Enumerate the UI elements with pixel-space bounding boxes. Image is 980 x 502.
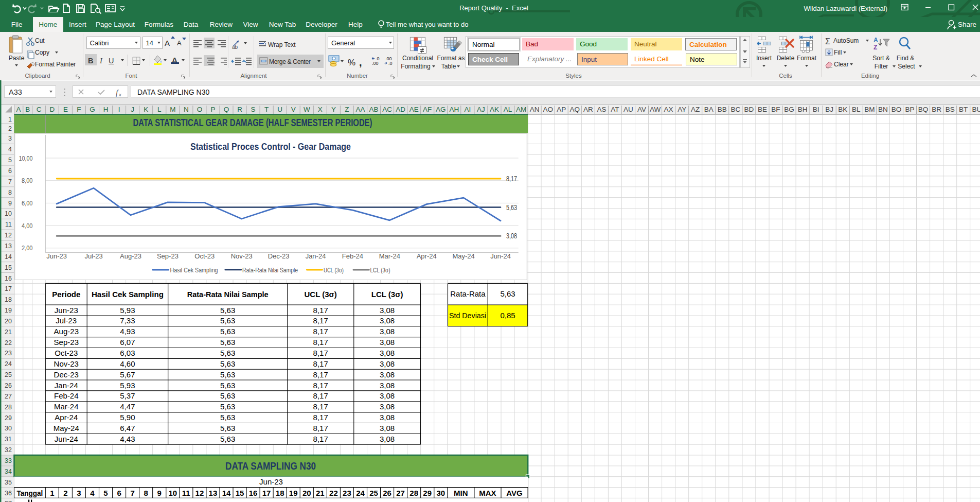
svg-text:Jan-24: Jan-24 bbox=[306, 252, 326, 260]
svg-text:12: 12 bbox=[5, 232, 12, 239]
svg-text:5,63: 5,63 bbox=[220, 338, 235, 347]
svg-text:Nov-23: Nov-23 bbox=[54, 359, 79, 368]
svg-text:U: U bbox=[277, 106, 282, 113]
svg-text:6,47: 6,47 bbox=[120, 424, 135, 432]
svg-text:Hasil Cek Sampling: Hasil Cek Sampling bbox=[92, 290, 164, 299]
svg-text:3,08: 3,08 bbox=[380, 402, 395, 411]
svg-text:Jun-24: Jun-24 bbox=[490, 252, 511, 260]
svg-text:9: 9 bbox=[8, 200, 12, 207]
svg-text:3,08: 3,08 bbox=[380, 316, 395, 325]
svg-text:9: 9 bbox=[157, 489, 162, 497]
svg-text:4,00: 4,00 bbox=[22, 222, 33, 230]
svg-text:AP: AP bbox=[557, 106, 566, 113]
svg-text:Aug-23: Aug-23 bbox=[54, 327, 79, 336]
svg-text:31: 31 bbox=[5, 436, 12, 443]
svg-text:Jun-24: Jun-24 bbox=[55, 435, 78, 443]
svg-text:4,43: 4,43 bbox=[120, 435, 135, 443]
svg-text:BK: BK bbox=[838, 106, 847, 113]
svg-text:Jun-23: Jun-23 bbox=[259, 477, 283, 486]
svg-text:DATA SAMPLING N30: DATA SAMPLING N30 bbox=[225, 460, 316, 472]
svg-text:5,63: 5,63 bbox=[220, 327, 235, 336]
svg-text:24: 24 bbox=[356, 489, 365, 497]
svg-text:17: 17 bbox=[5, 285, 12, 292]
svg-text:4,47: 4,47 bbox=[120, 402, 135, 411]
svg-text:BA: BA bbox=[704, 106, 714, 113]
svg-text:Statistical Proces Control - G: Statistical Proces Control - Gear Damage bbox=[190, 141, 351, 152]
svg-text:8,17: 8,17 bbox=[313, 413, 328, 422]
svg-text:BP: BP bbox=[905, 106, 914, 113]
svg-text:30: 30 bbox=[5, 425, 12, 432]
svg-text:AD: AD bbox=[396, 106, 405, 113]
svg-text:12: 12 bbox=[195, 489, 204, 497]
svg-text:Sep-23: Sep-23 bbox=[157, 252, 179, 260]
svg-text:Jul-23: Jul-23 bbox=[84, 252, 102, 260]
svg-text:3,08: 3,08 bbox=[380, 435, 395, 443]
svg-text:3,08: 3,08 bbox=[380, 338, 395, 347]
svg-text:Nov-23: Nov-23 bbox=[231, 252, 253, 260]
svg-text:BT: BT bbox=[959, 106, 968, 113]
svg-text:33: 33 bbox=[5, 457, 12, 464]
svg-text:5,63: 5,63 bbox=[220, 316, 235, 325]
svg-text:35: 35 bbox=[5, 479, 12, 486]
svg-text:8,17: 8,17 bbox=[313, 435, 328, 443]
svg-text:Oct-23: Oct-23 bbox=[194, 252, 215, 260]
svg-text:16: 16 bbox=[249, 489, 258, 497]
svg-text:Std Deviasi: Std Deviasi bbox=[449, 311, 486, 320]
svg-text:3,08: 3,08 bbox=[380, 306, 395, 315]
svg-text:13: 13 bbox=[5, 243, 12, 250]
svg-text:Feb-24: Feb-24 bbox=[342, 252, 363, 260]
svg-text:8: 8 bbox=[8, 189, 12, 196]
svg-text:8: 8 bbox=[144, 489, 148, 497]
svg-text:AVG: AVG bbox=[506, 489, 522, 497]
svg-text:C: C bbox=[37, 106, 42, 113]
svg-text:2,00: 2,00 bbox=[22, 244, 33, 252]
svg-text:8,17: 8,17 bbox=[313, 381, 328, 390]
svg-text:6: 6 bbox=[117, 489, 121, 497]
svg-text:4,60: 4,60 bbox=[120, 359, 135, 368]
svg-text:8,17: 8,17 bbox=[313, 349, 328, 357]
svg-text:11: 11 bbox=[5, 221, 12, 228]
svg-text:AN: AN bbox=[530, 106, 540, 113]
svg-text:1: 1 bbox=[8, 116, 12, 123]
svg-text:34: 34 bbox=[5, 468, 12, 475]
svg-text:AZ: AZ bbox=[691, 106, 700, 113]
svg-text:AF: AF bbox=[423, 106, 432, 113]
svg-text:5,63: 5,63 bbox=[220, 359, 235, 368]
svg-text:28: 28 bbox=[409, 489, 418, 497]
svg-text:O: O bbox=[197, 106, 203, 113]
svg-text:8,17: 8,17 bbox=[313, 338, 328, 347]
svg-text:J: J bbox=[131, 106, 134, 113]
svg-text:AE: AE bbox=[409, 106, 419, 113]
svg-text:6,00: 6,00 bbox=[22, 199, 33, 207]
svg-text:BH: BH bbox=[798, 106, 808, 113]
svg-text:3: 3 bbox=[8, 135, 12, 142]
svg-text:AT: AT bbox=[611, 106, 619, 113]
svg-text:36: 36 bbox=[5, 490, 12, 497]
svg-text:N: N bbox=[184, 106, 189, 113]
svg-text:P: P bbox=[210, 106, 215, 113]
svg-text:5,63: 5,63 bbox=[220, 391, 235, 400]
svg-text:B: B bbox=[25, 106, 30, 113]
svg-text:18: 18 bbox=[5, 296, 12, 303]
svg-text:Aug-23: Aug-23 bbox=[120, 252, 141, 260]
svg-text:AH: AH bbox=[449, 106, 459, 113]
svg-text:Rata-Rata Nilai Sample: Rata-Rata Nilai Sample bbox=[242, 266, 298, 274]
svg-text:8,00: 8,00 bbox=[22, 177, 33, 184]
svg-text:AQ: AQ bbox=[570, 106, 580, 113]
svg-text:W: W bbox=[304, 106, 310, 113]
svg-text:AV: AV bbox=[637, 106, 646, 113]
svg-text:15: 15 bbox=[236, 489, 244, 497]
svg-text:AR: AR bbox=[583, 106, 593, 113]
svg-text:BJ: BJ bbox=[825, 106, 833, 113]
svg-text:23: 23 bbox=[343, 489, 351, 497]
svg-text:22: 22 bbox=[5, 339, 12, 347]
svg-text:5,37: 5,37 bbox=[120, 391, 135, 400]
svg-text:BS: BS bbox=[946, 106, 955, 113]
svg-text:AX: AX bbox=[664, 106, 673, 113]
svg-text:28: 28 bbox=[5, 404, 12, 411]
svg-text:E: E bbox=[63, 106, 68, 113]
svg-text:25: 25 bbox=[369, 489, 378, 497]
svg-text:1: 1 bbox=[50, 489, 54, 497]
svg-text:AS: AS bbox=[597, 106, 606, 113]
svg-text:5: 5 bbox=[103, 489, 108, 497]
